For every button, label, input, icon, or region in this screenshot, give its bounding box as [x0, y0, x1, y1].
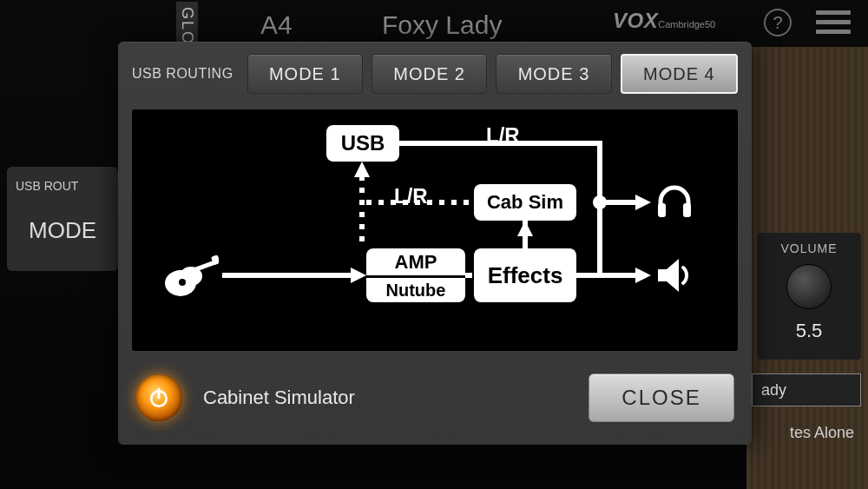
signal-flow-diagram: AMP Nutube Effects USB Cab Sim L/R L/R — [132, 109, 738, 351]
headphones-icon — [654, 181, 694, 221]
cabinet-simulator-toggle[interactable] — [135, 374, 182, 421]
menu-icon[interactable] — [816, 10, 851, 34]
help-button[interactable]: ? — [764, 9, 792, 36]
tab-mode-2[interactable]: MODE 2 — [372, 54, 487, 94]
usb-routing-tabs: USB ROUTING MODE 1 MODE 2 MODE 3 MODE 4 — [118, 42, 752, 102]
volume-value: 5.5 — [796, 320, 823, 342]
preset-box-bg[interactable]: ady — [752, 373, 861, 406]
diagram-lr1: L/R — [486, 123, 520, 148]
app-header: GLO A4 Foxy Lady VOXCambridge50 ? — [0, 0, 868, 47]
diagram-amp-label: AMP — [366, 248, 465, 275]
tab-mode-4[interactable]: MODE 4 — [621, 54, 738, 94]
usb-routing-current-bg: MODE — [16, 217, 109, 244]
diagram-nutube-label: Nutube — [366, 275, 465, 302]
brand-text: VOX — [613, 9, 658, 32]
volume-card: VOLUME 5.5 — [757, 233, 861, 360]
brand-label: VOXCambridge50 — [613, 9, 715, 33]
brand-model: Cambridge50 — [658, 19, 715, 30]
dialog-footer: Cabinet Simulator CLOSE — [118, 351, 752, 445]
volume-knob[interactable] — [786, 264, 832, 309]
svg-rect-6 — [683, 203, 691, 217]
svg-marker-7 — [658, 259, 679, 292]
tab-mode-1[interactable]: MODE 1 — [247, 54, 363, 94]
close-button[interactable]: CLOSE — [589, 373, 734, 422]
usb-routing-dialog: USB ROUTING MODE 1 MODE 2 MODE 3 MODE 4 … — [118, 42, 752, 445]
preset-name[interactable]: Foxy Lady — [382, 10, 502, 40]
svg-point-4 — [179, 279, 186, 286]
diagram-cabsim-box: Cab Sim — [474, 184, 576, 221]
cabinet-simulator-label: Cabinet Simulator — [203, 387, 355, 409]
power-icon — [148, 387, 170, 409]
diagram-usb-box: USB — [326, 125, 399, 162]
svg-rect-5 — [658, 203, 666, 217]
usb-routing-card-bg[interactable]: USB ROUT MODE — [7, 167, 118, 271]
volume-label: VOLUME — [780, 241, 837, 255]
usb-routing-title: USB ROUTING — [132, 66, 233, 82]
svg-rect-2 — [194, 261, 215, 272]
guitar-icon — [163, 255, 219, 299]
diagram-lr2: L/R — [394, 184, 428, 208]
usb-routing-label-bg: USB ROUT — [16, 179, 109, 193]
tab-mode-3[interactable]: MODE 3 — [496, 54, 611, 94]
preset-slot[interactable]: A4 — [260, 10, 293, 40]
diagram-effects-box: Effects — [474, 248, 576, 302]
subtext-bg: tes Alone — [790, 424, 854, 442]
speaker-icon — [654, 254, 698, 297]
